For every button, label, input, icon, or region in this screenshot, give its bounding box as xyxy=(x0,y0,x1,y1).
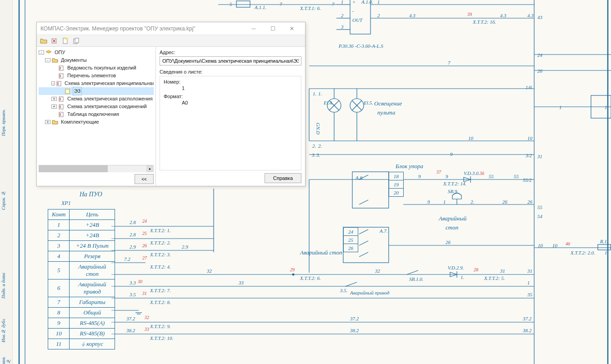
table-row: 2+24В xyxy=(48,230,115,241)
ruler-label: инв. № xyxy=(1,354,11,364)
delete-button[interactable] xyxy=(50,36,60,46)
svg-text:P.30.36 -С-3.60-A-L.S: P.30.36 -С-3.60-A-L.S xyxy=(338,43,383,49)
toolbar xyxy=(37,35,305,47)
svg-text:SB.9.: SB.9. xyxy=(448,189,458,194)
svg-line-159 xyxy=(346,282,357,286)
svg-text:+: + xyxy=(352,0,356,5)
svg-text:38.2: 38.2 xyxy=(522,328,532,333)
tree-item-schematic[interactable]: - Схема электрическая принципиальная xyxy=(39,80,154,87)
svg-point-187 xyxy=(65,38,68,40)
svg-text:A.1.0.: A.1.0. xyxy=(361,0,373,5)
svg-text:25: 25 xyxy=(142,231,147,236)
maximize-button[interactable]: ☐ xyxy=(263,22,282,35)
svg-rect-190 xyxy=(59,66,63,70)
svg-text:El.4.: El.4. xyxy=(323,100,333,105)
address-field[interactable] xyxy=(160,56,301,65)
svg-text:пульта: пульта xyxy=(377,109,396,116)
tree-components[interactable]: + Комплектующие xyxy=(39,118,154,126)
svg-text:3.5: 3.5 xyxy=(129,292,136,297)
svg-text:39: 39 xyxy=(467,12,472,17)
help-button[interactable]: Справка xyxy=(265,173,301,183)
svg-text:26: 26 xyxy=(142,243,147,248)
tree-hscrollbar[interactable]: ▸ xyxy=(39,165,154,172)
svg-text:OUT: OUT xyxy=(352,17,363,23)
svg-text:36: 36 xyxy=(479,171,484,176)
svg-text:9: 9 xyxy=(446,174,448,179)
svg-text:1: 1 xyxy=(377,0,380,5)
svg-text:35: 35 xyxy=(527,292,533,297)
svg-text:SB.1.0.: SB.1.0. xyxy=(409,276,423,282)
svg-text:A.1.1.: A.1.1. xyxy=(254,5,266,10)
svg-text:9: 9 xyxy=(418,174,421,179)
project-manager-dialog: КОМПАС-Электрик. Менеджер проектов "ОПУ … xyxy=(36,22,306,186)
svg-text:Аварийный стоп: Аварийный стоп xyxy=(300,249,342,256)
new-doc-button[interactable] xyxy=(60,36,70,46)
folder-icon xyxy=(51,119,59,125)
svg-text:55/2: 55/2 xyxy=(523,177,532,183)
svg-text:24: 24 xyxy=(142,219,147,224)
doc-icon xyxy=(58,73,65,79)
minimize-button[interactable]: ─ xyxy=(244,22,263,35)
new-doc-icon xyxy=(62,38,69,44)
svg-text:32: 32 xyxy=(375,268,381,274)
svg-rect-4 xyxy=(236,1,250,7)
svg-text:2.8: 2.8 xyxy=(130,232,136,237)
svg-text:55: 55 xyxy=(514,174,519,179)
svg-text:7: 7 xyxy=(448,60,451,65)
tree-root[interactable]: - ОПУ xyxy=(39,49,154,56)
svg-line-109 xyxy=(359,252,368,257)
tree-item[interactable]: Перечень элементов xyxy=(39,72,154,80)
project-tree[interactable]: - ОПУ - Документы Ведомость покупных изд… xyxy=(39,49,154,165)
svg-text:стоп: стоп xyxy=(446,224,458,231)
svg-text:28: 28 xyxy=(474,267,478,272)
table-row: 11⏚ корпус xyxy=(48,339,115,349)
svg-text:3.: 3. xyxy=(311,152,316,158)
tree-item-e3[interactable]: Э3 xyxy=(39,87,154,95)
svg-text:7: 7 xyxy=(280,1,282,7)
copy-doc-button[interactable] xyxy=(71,36,81,46)
tree-item[interactable]: + Схема электрическая расположения xyxy=(39,95,154,103)
svg-text:9: 9 xyxy=(427,199,430,204)
svg-text:4.3: 4.3 xyxy=(500,13,506,18)
doc-icon xyxy=(58,104,65,110)
svg-text:26: 26 xyxy=(527,199,533,204)
ruler-label: Справ. № xyxy=(1,191,6,210)
svg-text:2.: 2. xyxy=(312,143,316,149)
sheet-info-box: Номер: 1 Формат: A0 xyxy=(160,76,301,170)
svg-rect-193 xyxy=(65,89,70,94)
ruler-label: Подп. и дата xyxy=(1,273,6,299)
svg-text:3: 3 xyxy=(341,24,344,30)
svg-text:32: 32 xyxy=(206,268,212,274)
svg-text:X.T.T.2:  6.: X.T.T.2: 6. xyxy=(300,275,321,281)
svg-text:2.: 2. xyxy=(318,143,322,149)
svg-text:2: 2 xyxy=(341,13,344,18)
svg-text:27: 27 xyxy=(142,255,147,260)
svg-text:V.D.2.9.: V.D.2.9. xyxy=(448,265,464,270)
svg-text:3.5.: 3.5. xyxy=(340,288,348,293)
number-value: 1 xyxy=(182,85,297,91)
svg-text:9: 9 xyxy=(450,151,453,157)
titlebar[interactable]: КОМПАС-Электрик. Менеджер проектов "ОПУ … xyxy=(37,22,305,35)
tree-item[interactable]: Ведомость покупных изделий xyxy=(39,64,154,72)
tree-item[interactable]: Таблица подключения xyxy=(39,110,154,118)
block-table-a8: 18 19 20 xyxy=(389,172,404,197)
close-button[interactable]: ✕ xyxy=(282,22,301,35)
svg-rect-192 xyxy=(57,81,61,86)
table-row: 8Общий xyxy=(48,308,115,318)
svg-text:Освещение: Освещение xyxy=(374,100,402,107)
block-table-a7: 24 25 26 xyxy=(343,227,358,252)
svg-text:X.T.T.2:  2.: X.T.T.2: 2. xyxy=(150,240,171,245)
svg-text:X.T.T.2:  2.0.: X.T.T.2: 2.0. xyxy=(570,250,595,255)
svg-text:43: 43 xyxy=(537,15,543,20)
sheet-icon xyxy=(64,88,71,95)
open-folder-button[interactable] xyxy=(39,36,49,46)
collapse-tree-button[interactable]: << xyxy=(135,174,154,184)
svg-text:1: 1 xyxy=(605,105,607,110)
svg-text:X.T.T.1:  6.: X.T.T.1: 6. xyxy=(300,5,321,11)
tree-documents[interactable]: - Документы xyxy=(39,56,154,64)
svg-line-108 xyxy=(359,241,368,245)
svg-text:33: 33 xyxy=(238,280,244,285)
svg-text:GN.D: GN.D xyxy=(316,123,321,135)
tree-item[interactable]: + Схема электрическая соединений xyxy=(39,103,154,110)
svg-text:3.3: 3.3 xyxy=(129,280,136,285)
